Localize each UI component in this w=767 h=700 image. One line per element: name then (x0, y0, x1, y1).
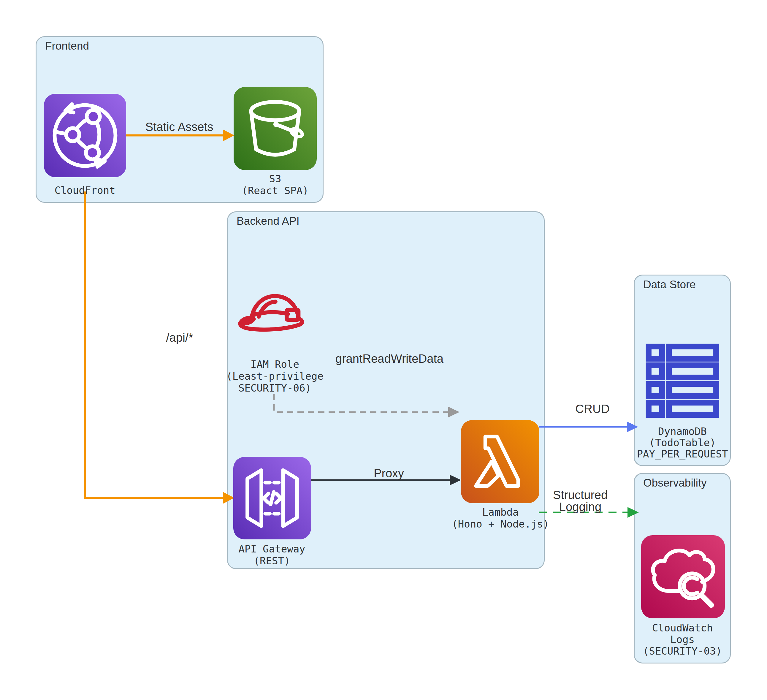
static-assets-edge-label: Static Assets (145, 121, 213, 133)
iam-label: IAM Role(Least-privilegeSECURITY-06) (226, 358, 323, 394)
architecture-diagram: Frontend Backend API Data Store Observab… (0, 0, 767, 700)
dynamodb-label-line2: (TodoTable) (649, 437, 716, 449)
logging-edge-label-line1: Structured (553, 488, 608, 501)
lambda-label-line1: Lambda (482, 506, 519, 518)
cloudwatch-label-line2: Logs (670, 633, 695, 645)
lambda-label: Lambda(Hono + Node.js) (452, 506, 549, 530)
dynamodb-table-icon (642, 339, 723, 420)
cloudfront-globe-icon (44, 94, 126, 177)
dynamodb-label-line1: DynamoDB (658, 425, 707, 437)
iam-label-line1: IAM Role (250, 358, 299, 370)
cloudwatch-label-line1: CloudWatch (652, 622, 713, 634)
api-route-edge-label: /api/* (166, 332, 193, 344)
api-gateway-label: API Gateway(REST) (238, 543, 305, 567)
api-gateway-icon (233, 457, 311, 539)
proxy-edge-label: Proxy (374, 467, 404, 479)
s3-label: S3(React SPA) (242, 173, 309, 197)
cloudfront-label: CloudFront (55, 185, 115, 196)
logging-edge-label: StructuredLogging (553, 489, 608, 513)
s3-label-line1: S3 (269, 173, 282, 185)
grant-edge-label: grantReadWriteData (336, 353, 444, 364)
s3-bucket-icon (234, 87, 317, 170)
logging-edge-label-line2: Logging (559, 500, 602, 513)
edge-crud (539, 422, 638, 432)
iam-label-line2: (Least-privilege (226, 370, 323, 382)
lambda-label-line2: (Hono + Node.js) (452, 518, 549, 530)
edge-api-route (85, 191, 234, 504)
iam-hardhat-icon (234, 287, 315, 337)
crud-edge-label: CRUD (575, 403, 610, 415)
lambda-icon (461, 420, 539, 503)
cloudwatch-label-line3: (SECURITY-03) (643, 645, 722, 657)
edge-grant (274, 394, 460, 417)
api-gateway-label-line2: (REST) (254, 555, 290, 567)
cloudwatch-label: CloudWatchLogs(SECURITY-03) (643, 622, 722, 657)
s3-label-line2: (React SPA) (242, 185, 309, 197)
iam-label-line3: SECURITY-06) (238, 382, 311, 394)
dynamodb-label-line3: PAY_PER_REQUEST (637, 448, 728, 460)
cloudwatch-logs-icon (641, 535, 725, 618)
dynamodb-label: DynamoDB(TodoTable)PAY_PER_REQUEST (637, 426, 728, 460)
api-gateway-label-line1: API Gateway (238, 543, 305, 555)
